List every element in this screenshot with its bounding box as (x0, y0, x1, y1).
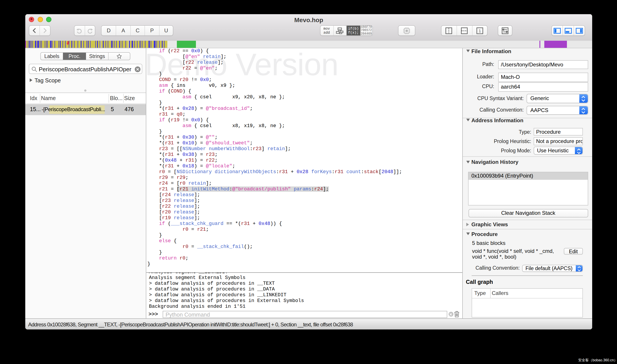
svg-text:1: 1 (479, 28, 481, 33)
